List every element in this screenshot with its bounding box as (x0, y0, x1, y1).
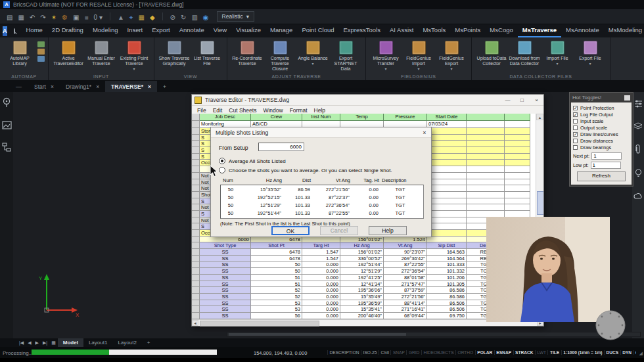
menu-tab-point-cloud[interactable]: Point Cloud (297, 24, 338, 37)
doc-tab-start[interactable]: Start× (28, 81, 60, 92)
status-toggle-ducs[interactable]: DUCS (604, 350, 620, 355)
grid-cell[interactable]: 101.206 (427, 275, 467, 281)
grid-cell[interactable]: 52 (251, 287, 302, 294)
status-toggle-hideobjects[interactable]: HIDEOBJECTS (421, 350, 455, 355)
grid-cell[interactable] (505, 173, 530, 179)
search-icon[interactable] (14, 28, 15, 34)
isolate-icon[interactable]: ⊘ (170, 14, 175, 21)
grid-cell[interactable] (427, 185, 467, 192)
grid-cell[interactable] (467, 121, 505, 128)
sliders-icon[interactable] (634, 100, 643, 108)
grid-cell[interactable]: 86.506 (427, 306, 467, 313)
grid-cell[interactable] (427, 198, 467, 205)
sheet-icon[interactable]: ▥ (191, 14, 197, 21)
grid-cell[interactable]: 86.506 (427, 300, 467, 307)
doc-tab-drawing1[interactable]: Drawing1*× (60, 81, 105, 92)
ribbon-button-compute-traverse-closure[interactable]: Compute Traverse Closure (264, 41, 296, 72)
status-toggle-description[interactable]: DESCRIPTION (327, 350, 361, 355)
tab-close-icon[interactable]: × (51, 83, 54, 90)
grid-cell[interactable]: 53 (251, 300, 302, 307)
menu-tab-manage[interactable]: Manage (265, 24, 297, 37)
minimize-button[interactable]: — (502, 97, 513, 103)
grid-cell[interactable]: 6478 (251, 249, 302, 256)
grid-cell[interactable]: 86.586 (427, 287, 467, 294)
open-file-icon[interactable]: ▦ (18, 14, 24, 21)
grid-cell[interactable]: SS (200, 294, 251, 300)
menu-tab-insert[interactable]: Insert (122, 24, 147, 37)
grid-cell[interactable] (505, 185, 530, 192)
mini-swatch-icon[interactable] (37, 56, 45, 62)
grid-cell[interactable]: 200°46'40" (340, 313, 384, 319)
ribbon-button-existing-point-traverse[interactable]: Existing Point Traverse▾ (118, 41, 150, 72)
new-tab-button[interactable]: + (157, 81, 172, 92)
grid-cell[interactable] (467, 154, 505, 160)
status-toggle-esnap[interactable]: ESNAP (494, 350, 513, 355)
editor-menu-edit[interactable]: Edit (210, 107, 226, 114)
grid-cell[interactable] (427, 141, 467, 147)
status-toggle-lwt[interactable]: LWT (535, 350, 547, 355)
grid-cell[interactable]: SS (200, 300, 251, 307)
menu-tab-mspoints[interactable]: MsPoints (450, 24, 485, 37)
close-icon[interactable]: × (418, 129, 431, 136)
grid-cell[interactable] (505, 198, 530, 205)
grid-cell[interactable]: 6478 (251, 237, 302, 243)
refresh-button[interactable]: Refresh (577, 171, 626, 181)
grid-cell[interactable]: 0.000 (302, 300, 340, 307)
grid-cell[interactable]: 272°36'54" (384, 268, 427, 275)
grid-cell[interactable] (505, 192, 530, 198)
grid-cell[interactable] (427, 223, 467, 230)
ribbon-button-fieldgenius-import[interactable]: FieldGenius Import▾ (402, 41, 435, 72)
editor-menu-file[interactable]: File (194, 107, 210, 114)
status-toggle-grid[interactable]: GRID (406, 350, 421, 355)
grid-cell[interactable]: 68°09'44" (384, 313, 427, 319)
tab-close-icon[interactable]: × (148, 83, 151, 90)
editor-menu-help[interactable]: Help (311, 107, 329, 114)
dialog-titlebar[interactable]: Multiple Shots Listing × (211, 127, 431, 138)
application-button[interactable]: A (3, 26, 7, 36)
undo-icon[interactable]: ↶ (30, 14, 35, 21)
grid-cell[interactable]: 156°01'02" (340, 237, 384, 243)
grid-cell[interactable] (427, 217, 467, 224)
grid-cell[interactable]: 53 (251, 306, 302, 313)
from-setup-input[interactable] (258, 143, 304, 151)
grid-cell[interactable] (467, 204, 505, 211)
refresh-view-icon[interactable]: ↻ (181, 14, 186, 21)
grid-cell[interactable]: 6478 (251, 256, 302, 262)
editor-menu-window[interactable]: Window (260, 107, 286, 114)
grid-cell[interactable] (427, 237, 467, 243)
grid-cell[interactable]: SS (200, 281, 251, 288)
grid-cell[interactable] (467, 185, 505, 192)
menu-tab-export[interactable]: Export (147, 24, 174, 37)
editor-menu-cut-sheets[interactable]: Cut Sheets (225, 107, 260, 114)
menu-tab-msannotate[interactable]: MsAnnotate (561, 24, 604, 37)
grid-cell[interactable] (505, 179, 530, 186)
menu-tab-visualize[interactable]: Visualize (231, 24, 265, 37)
cursor-tool-icon[interactable]: ▲ (118, 14, 124, 21)
grid-cell[interactable]: 164.563 (427, 249, 467, 256)
grid-cell[interactable]: 192°41'25" (340, 275, 384, 281)
grid-cell[interactable] (467, 198, 505, 205)
grid-cell[interactable]: 88°01'58" (384, 275, 427, 281)
maximize-button[interactable]: □ (517, 97, 528, 103)
grid-cell[interactable]: 07/03/24 (427, 121, 467, 128)
ribbon-button-export-file[interactable]: Export File▾ (574, 41, 607, 66)
grid-cell[interactable]: 164.564 (427, 256, 467, 262)
grid-cell[interactable]: 87°37'59" (384, 287, 427, 294)
status-toggle-polar[interactable]: POLAR (475, 350, 494, 355)
toggle-output-scale[interactable]: Output scale (573, 124, 630, 131)
status-toggle-ortho[interactable]: ORTHO (455, 350, 475, 355)
ribbon-button-manual-enter-traverse[interactable]: Manual Enter Traverse (85, 41, 118, 72)
lightbulb-icon[interactable] (635, 169, 642, 178)
grid-cell[interactable]: 6000 (200, 237, 251, 243)
toggle-log-file-output[interactable]: ✓Log File Output (573, 111, 630, 118)
grid-cell[interactable] (467, 160, 505, 166)
toggle-draw-distances[interactable]: Draw distances (573, 137, 630, 144)
layer-dropdown[interactable]: 0 ▾ (94, 14, 103, 21)
editor-menu-format[interactable]: Format (287, 107, 311, 114)
grid-cell[interactable]: 192°51'44" (340, 261, 384, 268)
cloud-icon[interactable] (633, 192, 643, 199)
doc-tab-traverse[interactable]: TRAVERSE*× (105, 81, 157, 92)
grid-cell[interactable]: 15°35'41" (340, 306, 384, 313)
ribbon-button-fieldgenius-export[interactable]: FieldGenius Export▾ (435, 41, 468, 72)
radio-average-all[interactable]: Average All Shots Listed (219, 158, 286, 164)
